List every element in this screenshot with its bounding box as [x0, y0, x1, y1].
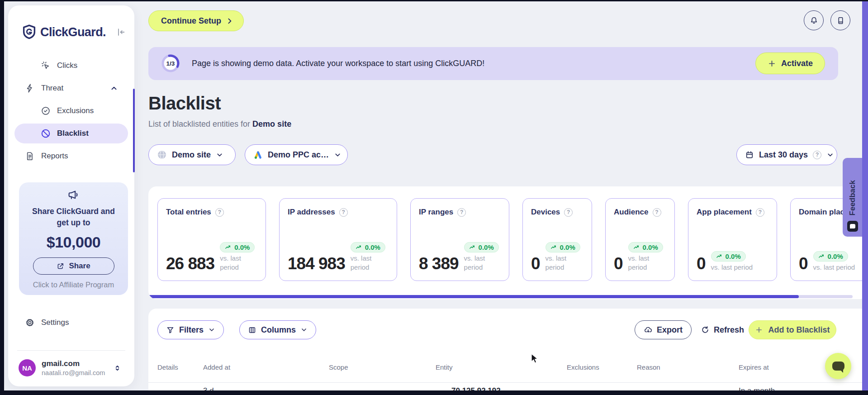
page-subtitle-text: List of blacklisted entities for: [148, 119, 252, 128]
chevron-down-icon: [826, 151, 834, 159]
activate-label: Activate: [781, 59, 813, 68]
bell-icon: [809, 16, 819, 25]
feedback-label: Feedback: [848, 180, 857, 215]
cell-entity: 70.125.92.192: [436, 386, 567, 390]
stat-sub: vs. last period: [813, 263, 855, 272]
help-icon[interactable]: ?: [339, 208, 348, 217]
help-icon[interactable]: ?: [564, 208, 573, 217]
table-row[interactable]: 3 d 70.125.92.192 In a month: [157, 386, 859, 390]
sidebar-item-settings[interactable]: Settings: [14, 311, 128, 334]
app-viewport: ClickGuard. Clicks: [4, 1, 868, 390]
sidebar-item-threat[interactable]: Threat: [14, 77, 128, 100]
cell-exclusions: [567, 386, 637, 390]
cards-horizontal-scrollbar[interactable]: [148, 295, 853, 298]
trending-up-icon: [356, 244, 362, 251]
affiliate-promo-card[interactable]: Share ClickGuard and get up to $10,000 S…: [19, 182, 128, 295]
column-header-entity[interactable]: Entity: [436, 363, 567, 371]
sidebar-item-clicks[interactable]: Clicks: [14, 54, 128, 77]
promo-amount: $10,000: [19, 233, 128, 251]
stat-title: Total entries: [166, 208, 211, 217]
share-button[interactable]: Share: [33, 257, 114, 275]
cell-reason: [637, 386, 739, 390]
stat-title: IP ranges: [419, 208, 453, 217]
activate-button[interactable]: Activate: [755, 52, 825, 74]
ppc-account-label: Demo PPC ac…: [268, 150, 329, 160]
date-range-selector[interactable]: Last 30 days ?: [736, 144, 837, 165]
file-text-icon: [25, 151, 35, 161]
blacklist-table-panel: Filters Columns Export: [148, 309, 868, 390]
stat-card-devices: Devices? 0 0.0% vs. last period: [522, 198, 592, 281]
stat-title: Devices: [531, 208, 560, 217]
calendar-icon: [745, 150, 754, 159]
feedback-app-icon: [847, 221, 858, 232]
page-title: Blacklist: [148, 93, 221, 114]
cell-details: [157, 386, 203, 390]
help-icon[interactable]: ?: [457, 208, 466, 217]
stat-card-audience: Audience? 0 0.0% vs. last period: [605, 198, 675, 281]
stat-title: App placement: [697, 208, 752, 217]
refresh-label: Refresh: [714, 325, 744, 335]
stat-sub: vs. last period: [545, 254, 574, 271]
stat-value: 0: [799, 256, 808, 271]
page-vertical-scrollbar[interactable]: [862, 1, 868, 390]
export-button[interactable]: Export: [635, 320, 692, 339]
column-header-details[interactable]: Details: [157, 363, 203, 371]
chat-widget-button[interactable]: [825, 353, 851, 379]
nav-label: Exclusions: [57, 106, 94, 115]
columns-icon: [248, 326, 256, 334]
sidebar: ClickGuard. Clicks: [8, 5, 134, 386]
nav-label: Threat: [41, 84, 63, 93]
add-to-blacklist-button[interactable]: Add to Blacklist: [749, 320, 836, 339]
stat-change: 0.0%: [479, 243, 494, 251]
setup-step-label: 1/3: [161, 53, 180, 73]
trending-up-icon: [716, 253, 723, 260]
stats-panel: Total entries? 26 883 0.0% vs. last peri…: [148, 186, 868, 299]
avatar: NA: [19, 359, 36, 376]
stat-value: 0: [614, 256, 623, 271]
docs-button[interactable]: [830, 10, 850, 30]
feedback-tab[interactable]: Feedback: [843, 158, 862, 237]
stat-sub: vs. last period: [464, 254, 493, 271]
cloud-download-icon: [644, 325, 653, 334]
ppc-account-selector[interactable]: Demo PPC ac…: [245, 144, 348, 165]
collapse-sidebar-icon[interactable]: [116, 27, 126, 37]
sidebar-item-blacklist[interactable]: Blacklist: [14, 124, 128, 143]
promo-footnote: Click to Affiliate Program: [19, 281, 128, 289]
clickguard-shield-icon: [22, 24, 36, 40]
sidebar-item-exclusions[interactable]: Exclusions: [14, 100, 128, 122]
filters-label: Filters: [179, 325, 204, 335]
stat-change: 0.0%: [365, 243, 380, 251]
nav-label: Blacklist: [57, 129, 89, 138]
lightning-icon: [25, 83, 35, 93]
site-selector[interactable]: Demo site: [148, 144, 236, 165]
trending-up-icon: [633, 244, 640, 251]
account-info: gmail.com naatali.ro@gmail.com: [42, 359, 105, 376]
help-icon[interactable]: ?: [215, 208, 224, 217]
page-subtitle-entity: Demo site: [252, 119, 291, 128]
cell-scope: [329, 386, 436, 390]
column-header-scope[interactable]: Scope: [329, 363, 436, 371]
column-header-exclusions[interactable]: Exclusions: [567, 363, 637, 371]
page-subtitle: List of blacklisted entities for Demo si…: [148, 119, 291, 129]
columns-button[interactable]: Columns: [239, 320, 316, 339]
banner-message: Page is showing demo data. Activate your…: [192, 47, 484, 80]
notifications-button[interactable]: [804, 10, 824, 30]
column-header-added-at[interactable]: Added at: [203, 363, 329, 371]
refresh-button[interactable]: Refresh: [701, 320, 744, 339]
help-icon[interactable]: ?: [653, 208, 661, 217]
help-icon[interactable]: ?: [756, 208, 764, 217]
account-switcher[interactable]: NA gmail.com naatali.ro@gmail.com: [19, 359, 128, 376]
help-icon: ?: [813, 151, 821, 159]
sidebar-item-reports[interactable]: Reports: [14, 145, 128, 167]
continue-setup-button[interactable]: Continue Setup: [148, 10, 244, 31]
stat-value: 0: [531, 256, 540, 271]
sidebar-scrollbar-thumb[interactable]: [133, 89, 135, 172]
setup-progress-ring: 1/3: [161, 53, 180, 73]
column-header-reason[interactable]: Reason: [637, 363, 739, 371]
chat-bubble-icon: [832, 362, 844, 371]
stat-card-total-entries: Total entries? 26 883 0.0% vs. last peri…: [157, 198, 266, 281]
ban-icon: [41, 128, 51, 138]
cards-horizontal-scrollbar-thumb[interactable]: [148, 295, 799, 298]
filters-button[interactable]: Filters: [157, 320, 224, 339]
stat-value: 8 389: [419, 256, 459, 271]
